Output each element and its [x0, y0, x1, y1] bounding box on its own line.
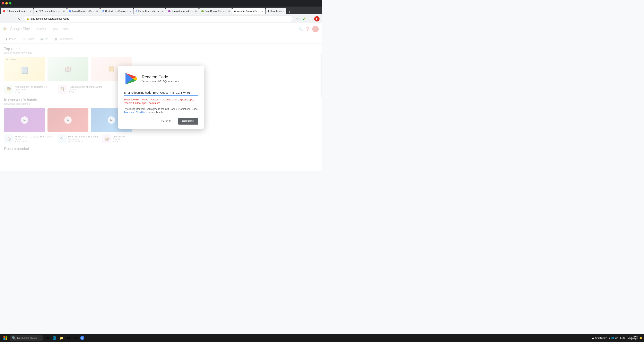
- dialog-email: farooqsoomro0313@gmail.com: [142, 80, 179, 83]
- tab-7-favicon: 🟢: [201, 10, 204, 12]
- cancel-button[interactable]: Cancel: [157, 118, 176, 125]
- tab-9-favicon: ⬇: [268, 10, 269, 12]
- dialog-title: Redeem Code: [142, 75, 179, 79]
- window-maximize-btn[interactable]: [9, 2, 12, 4]
- tab-5-close[interactable]: ✕: [162, 10, 164, 12]
- extensions-button[interactable]: 🧩: [301, 16, 307, 22]
- terms-text: By clicking Redeem, you agree to the Gif…: [124, 107, 198, 114]
- error-message: That code didn't work. Try again. If the…: [124, 98, 198, 105]
- lock-icon: 🔒: [26, 17, 29, 20]
- tab-7[interactable]: 🟢 Free Google Play gift... ✕: [199, 8, 232, 14]
- tab-9[interactable]: ⬇ Downloads ✕: [266, 8, 286, 14]
- redeem-button[interactable]: Redeem: [178, 118, 198, 125]
- tab-7-title: Free Google Play gift...: [205, 10, 227, 12]
- tab-6-favicon: 🟣: [168, 10, 170, 12]
- tab-1-close[interactable]: ✕: [30, 10, 32, 12]
- more-button[interactable]: ⋮: [308, 16, 314, 22]
- redeem-input-section: [124, 90, 198, 95]
- terms-and-conditions-link[interactable]: Terms and Conditions: [124, 111, 148, 114]
- tab-4[interactable]: G Contact Us - Google P... ✕: [100, 8, 133, 14]
- tab-7-close[interactable]: ✕: [228, 10, 230, 12]
- tab-5-title: Fix problems when y...: [138, 10, 161, 12]
- tab-4-favicon: G: [102, 10, 104, 12]
- tab-6-close[interactable]: ✕: [195, 10, 197, 12]
- tab-3-close[interactable]: ✕: [96, 10, 98, 12]
- forward-button[interactable]: →: [10, 16, 15, 22]
- tab-2-title: (13) How to take a scr...: [39, 10, 62, 12]
- tab-6[interactable]: 🟣 donata terms redeem... ✕: [166, 8, 199, 14]
- tab-2[interactable]: ▶ (13) How to take a scr... ✕: [34, 8, 67, 14]
- redeem-dialog: Redeem Code farooqsoomro0313@gmail.com T…: [118, 66, 204, 129]
- tab-9-close[interactable]: ✕: [283, 10, 284, 12]
- tab-8-title: Android Apps on Goo...: [237, 10, 260, 12]
- tab-5-favicon: G: [136, 10, 137, 12]
- dialog-title-section: Redeem Code farooqsoomro0313@gmail.com: [142, 75, 179, 83]
- tab-9-title: Downloads: [270, 10, 282, 12]
- tab-3[interactable]: G Ask a Question - Goo... ✕: [67, 8, 100, 14]
- dialog-header: Redeem Code farooqsoomro0313@gmail.com: [124, 71, 198, 86]
- window-close-btn[interactable]: [2, 2, 4, 4]
- browser-actions: ☆ 🧩 ⋮ F: [294, 16, 320, 22]
- modal-overlay: Redeem Code farooqsoomro0313@gmail.com T…: [0, 23, 322, 171]
- tab-5[interactable]: G Fix problems when y... ✕: [134, 8, 166, 14]
- tab-3-favicon: G: [69, 10, 71, 12]
- bookmark-button[interactable]: ☆: [294, 16, 300, 22]
- dialog-play-logo-icon: [124, 71, 138, 86]
- url-text: play.google.com/store/games?code: [30, 17, 69, 20]
- refresh-button[interactable]: ↻: [16, 16, 22, 22]
- back-button[interactable]: ←: [2, 16, 8, 22]
- nav-buttons: ← → ↻: [2, 16, 22, 22]
- browser-frame: 🔴 (13) error redeeming... ✕ ▶ (13) How t…: [0, 0, 322, 171]
- tab-1-title: (13) error redeeming...: [6, 10, 29, 12]
- page-content: Google Play Games Apps Kids 🔍 ❓ F 📱 Phon…: [0, 23, 322, 171]
- tab-6-title: donata terms redeem...: [172, 10, 194, 12]
- tab-3-title: Ask a Question - Goo...: [72, 10, 95, 12]
- learn-more-link[interactable]: Learn more: [148, 102, 160, 104]
- title-bar: [0, 0, 322, 6]
- tab-2-close[interactable]: ✕: [63, 10, 65, 12]
- tab-4-close[interactable]: ✕: [129, 10, 131, 12]
- new-tab-button[interactable]: +: [287, 10, 292, 14]
- address-bar: ← → ↻ 🔒 play.google.com/store/games?code…: [0, 14, 322, 23]
- redeem-code-input[interactable]: [124, 90, 198, 95]
- tab-4-title: Contact Us - Google P...: [105, 10, 128, 12]
- tab-2-favicon: ▶: [36, 10, 38, 12]
- window-minimize-btn[interactable]: [5, 2, 8, 4]
- url-bar[interactable]: 🔒 play.google.com/store/games?code: [24, 15, 293, 22]
- tab-1-favicon: 🔴: [3, 10, 5, 12]
- dialog-actions: Cancel Redeem: [124, 118, 198, 125]
- tab-8[interactable]: ▶ Android Apps on Goo... ✕: [232, 8, 265, 14]
- tab-bar: 🔴 (13) error redeeming... ✕ ▶ (13) How t…: [0, 6, 322, 14]
- tab-1[interactable]: 🔴 (13) error redeeming... ✕: [1, 8, 34, 14]
- tab-8-favicon: ▶: [234, 10, 236, 12]
- tab-8-close[interactable]: ✕: [262, 10, 263, 12]
- profile-avatar[interactable]: F: [314, 16, 320, 21]
